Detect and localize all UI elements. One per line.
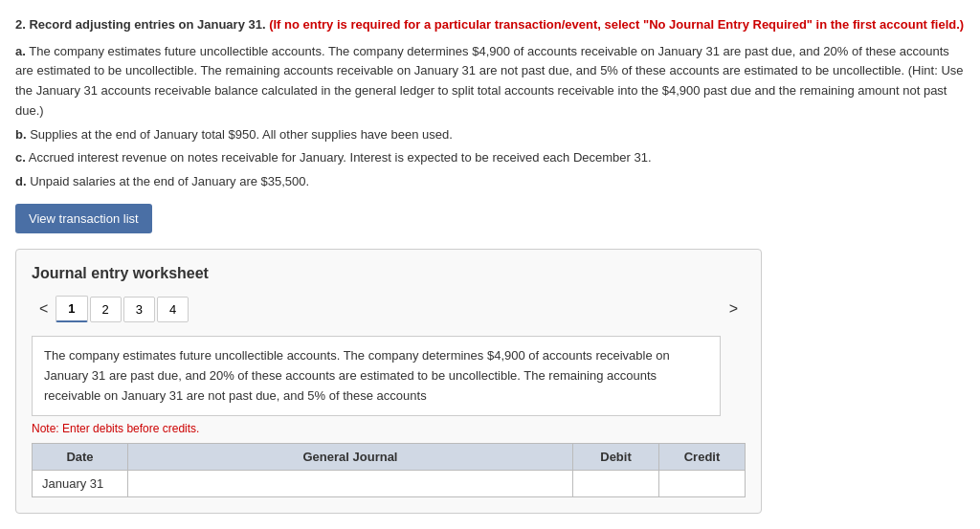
- prev-tab-button[interactable]: <: [32, 297, 56, 321]
- problem-section: 2. Record adjusting entries on January 3…: [15, 15, 965, 192]
- tab-3[interactable]: 3: [123, 297, 155, 322]
- part-b: b. Supplies at the end of January total …: [15, 125, 965, 145]
- date-cell: January 31: [33, 471, 128, 497]
- credit-input[interactable]: [669, 476, 735, 491]
- transaction-description: The company estimates future uncollectib…: [32, 336, 721, 416]
- problem-parts: a. The company estimates future uncollec…: [15, 42, 965, 193]
- journal-worksheet: Journal entry worksheet < 1 2 3 4 > The …: [15, 249, 762, 514]
- general-journal-header: General Journal: [128, 444, 573, 471]
- part-a: a. The company estimates future uncollec…: [15, 42, 965, 121]
- debit-input[interactable]: [583, 476, 649, 491]
- credit-header: Credit: [659, 444, 746, 471]
- part-d: d. Unpaid salaries at the end of January…: [15, 172, 965, 192]
- tab-2[interactable]: 2: [90, 297, 122, 322]
- table-row: January 31: [33, 471, 746, 497]
- view-transaction-list-button[interactable]: View transaction list: [15, 204, 152, 233]
- debit-header: Debit: [573, 444, 659, 471]
- general-journal-input-cell[interactable]: [128, 471, 573, 497]
- highlighted-instruction: (If no entry is required for a particula…: [269, 17, 964, 32]
- tab-1[interactable]: 1: [56, 296, 87, 322]
- next-tab-button[interactable]: >: [722, 297, 746, 321]
- journal-table: Date General Journal Debit Credit Januar…: [32, 443, 746, 497]
- tab-4[interactable]: 4: [157, 297, 189, 322]
- problem-number: 2. Record adjusting entries on January 3…: [15, 15, 965, 34]
- credit-input-cell[interactable]: [659, 471, 746, 497]
- date-header: Date: [33, 444, 128, 471]
- debit-input-cell[interactable]: [573, 471, 659, 497]
- tab-navigation: < 1 2 3 4 >: [32, 296, 746, 322]
- general-journal-input[interactable]: [138, 476, 563, 491]
- entry-note: Note: Enter debits before credits.: [32, 422, 746, 435]
- worksheet-title: Journal entry worksheet: [32, 265, 746, 282]
- part-c: c. Accrued interest revenue on notes rec…: [15, 148, 965, 168]
